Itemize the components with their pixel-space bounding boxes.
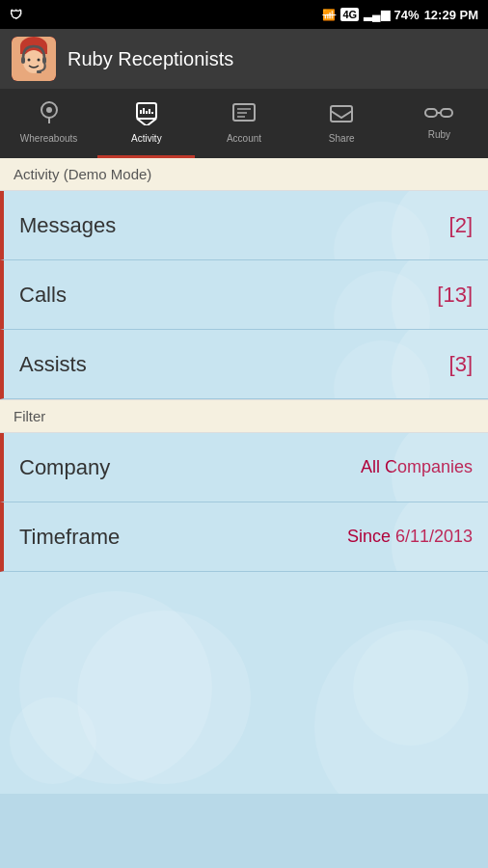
tab-activity-label: Activity	[131, 133, 162, 144]
network-type: 4G	[340, 8, 359, 21]
shield-icon: 🛡	[10, 8, 22, 22]
messages-label: Messages	[19, 213, 116, 238]
svg-rect-27	[441, 109, 452, 117]
signal-icon: 📶	[322, 9, 336, 21]
status-right: 📶 4G ▂▄▆ 74% 12:29 PM	[322, 8, 478, 22]
page-title: Activity (Demo Mode)	[0, 158, 488, 191]
timeframe-row[interactable]: Timeframe Since 6/11/2013	[0, 502, 488, 572]
app-header: Ruby Receptionists	[0, 29, 488, 89]
svg-rect-6	[21, 57, 25, 64]
ruby-icon	[424, 104, 453, 125]
assists-count: [3]	[449, 352, 473, 377]
assists-item[interactable]: Assists [3]	[0, 330, 488, 399]
tab-account[interactable]: Account	[195, 89, 292, 158]
nav-tabs: Whereabouts Activity	[0, 89, 488, 158]
tab-share-label: Share	[329, 133, 355, 144]
company-value: All Companies	[361, 457, 473, 477]
tab-account-label: Account	[227, 133, 261, 144]
whereabouts-icon	[37, 100, 62, 129]
messages-count: [2]	[449, 213, 473, 238]
calls-count: [13]	[437, 283, 473, 308]
tab-whereabouts[interactable]: Whereabouts	[0, 89, 97, 158]
company-label: Company	[19, 455, 110, 480]
account-icon	[231, 100, 257, 129]
activity-icon	[134, 100, 159, 129]
timeframe-label: Timeframe	[19, 525, 120, 550]
content-area: Messages [2] Calls [13] Assists [3] Filt…	[0, 191, 488, 794]
svg-point-3	[23, 50, 44, 73]
signal-bars: ▂▄▆	[364, 8, 390, 21]
time-display: 12:29 PM	[424, 8, 478, 22]
company-row[interactable]: Company All Companies	[0, 433, 488, 502]
status-left: 🛡	[10, 8, 22, 22]
tab-ruby-label: Ruby	[428, 129, 450, 140]
share-icon	[329, 100, 354, 129]
app-title: Ruby Receptionists	[68, 48, 233, 70]
tab-ruby[interactable]: Ruby	[391, 89, 488, 158]
svg-point-10	[46, 107, 52, 113]
tab-share[interactable]: Share	[293, 89, 391, 158]
svg-rect-8	[37, 70, 41, 73]
svg-rect-7	[42, 57, 46, 64]
svg-line-14	[148, 119, 156, 125]
tab-activity[interactable]: Activity	[97, 89, 195, 158]
tab-whereabouts-label: Whereabouts	[20, 133, 77, 144]
status-bar: 🛡 📶 4G ▂▄▆ 74% 12:29 PM	[0, 0, 488, 29]
assists-label: Assists	[19, 352, 87, 377]
messages-item[interactable]: Messages [2]	[0, 191, 488, 260]
svg-rect-26	[425, 109, 437, 117]
filter-header: Filter	[0, 399, 488, 433]
calls-item[interactable]: Calls [13]	[0, 260, 488, 330]
app-avatar	[12, 37, 56, 81]
svg-line-13	[137, 119, 146, 125]
bottom-filler	[0, 572, 488, 794]
svg-point-4	[28, 59, 31, 62]
calls-label: Calls	[19, 283, 67, 308]
timeframe-value: Since 6/11/2013	[347, 527, 473, 547]
battery-level: 74%	[394, 8, 420, 22]
svg-point-5	[38, 59, 41, 62]
